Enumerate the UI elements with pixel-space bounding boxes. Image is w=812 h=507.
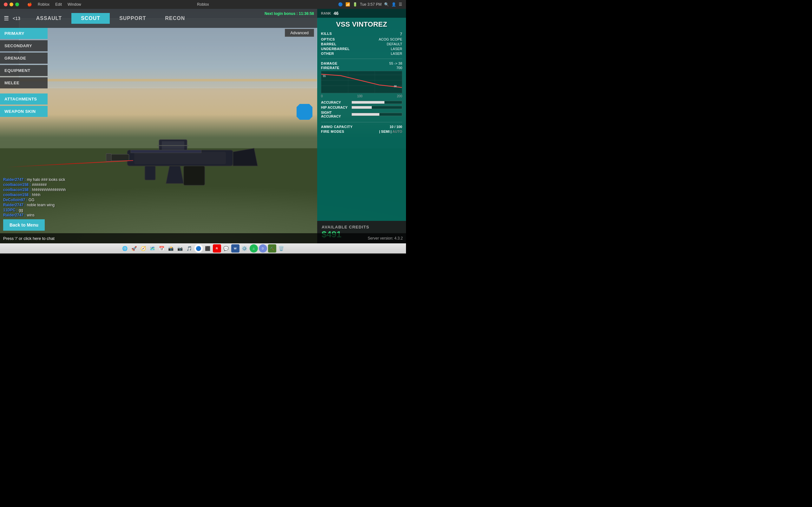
chat-area: Raider2747 : my halo ### looks sick cool… bbox=[3, 177, 105, 218]
fire-mode-auto[interactable]: AUTO bbox=[392, 130, 402, 133]
minimize-button[interactable] bbox=[9, 3, 13, 6]
chat-text-1: my halo ### looks sick bbox=[27, 177, 65, 182]
game-area: ☰ <13 ASSAULT SCOUT SUPPORT RECON Next l… bbox=[0, 9, 406, 243]
chat-user-6: Raider2747 : bbox=[3, 203, 26, 207]
fire-mode-semi[interactable]: SEMI bbox=[381, 130, 390, 133]
sidebar-melee[interactable]: MELEE bbox=[0, 77, 48, 89]
other-label: OTHER bbox=[321, 52, 376, 55]
press-chat-text[interactable]: Press '/' or click here to chat bbox=[0, 236, 55, 241]
search-icon[interactable]: 🔍 bbox=[384, 2, 389, 7]
hip-accuracy-row: HIP ACCURACY bbox=[321, 106, 402, 109]
chat-user-8: Raider2747 : bbox=[3, 213, 26, 217]
press-chat-bar[interactable]: Press '/' or click here to chat Server v… bbox=[0, 233, 406, 243]
advanced-button[interactable]: Advanced bbox=[285, 29, 314, 37]
menu-icon[interactable]: ☰ bbox=[399, 2, 402, 7]
accuracy-label: ACCURACY bbox=[321, 101, 350, 104]
sidebar-grenade[interactable]: GRENADE bbox=[0, 53, 48, 64]
dock-spotify[interactable]: ♫ bbox=[250, 244, 258, 252]
chat-user-7: 11DPC : bbox=[3, 208, 18, 212]
roblox-logo-mark bbox=[297, 104, 312, 120]
chat-message-4: coolbacon158 : hhhh bbox=[3, 193, 105, 197]
tab-scout[interactable]: SCOUT bbox=[71, 13, 110, 24]
hamburger-icon[interactable]: ☰ bbox=[0, 15, 13, 22]
chat-text-2: ####### bbox=[32, 182, 47, 187]
traffic-lights bbox=[4, 3, 19, 6]
chat-user-2: coolbacon158 : bbox=[3, 182, 31, 187]
maximize-button[interactable] bbox=[15, 3, 19, 6]
kills-value: 7 bbox=[379, 32, 402, 37]
user-icon[interactable]: 👤 bbox=[392, 2, 396, 7]
dock-chrome[interactable]: 🔵 bbox=[194, 244, 203, 252]
dock-facetime[interactable]: 📷 bbox=[176, 244, 184, 252]
dock-word[interactable]: W bbox=[231, 244, 240, 252]
sidebar-primary[interactable]: PRIMARY bbox=[0, 28, 48, 39]
damage-value: 55 -> 38 bbox=[389, 61, 402, 65]
chat-message-8: Raider2747 : wins bbox=[3, 213, 105, 217]
dock-discord[interactable]: D bbox=[259, 244, 267, 252]
svg-rect-9 bbox=[106, 154, 111, 161]
chat-user-5: DeColloin97 : bbox=[3, 198, 28, 202]
chat-message-1: Raider2747 : my halo ### looks sick bbox=[3, 177, 105, 182]
dock-launchpad[interactable]: 🚀 bbox=[130, 244, 138, 252]
right-panel: RANK 46 VSS VINTOREZ KILLS 7 OPTICS ACOG… bbox=[317, 9, 406, 243]
dock-calendar[interactable]: 📅 bbox=[158, 244, 166, 252]
sidebar-attachments[interactable]: ATTACHMENTS bbox=[0, 94, 48, 105]
dock-photos[interactable]: 📸 bbox=[167, 244, 175, 252]
sight-accuracy-bar-fill bbox=[352, 113, 379, 116]
chat-text-7: gg bbox=[19, 208, 23, 212]
tab-recon[interactable]: RECON bbox=[155, 13, 194, 24]
titlebar-right: 🔵 📶 🔋 Tue 3:57 PM 🔍 👤 ☰ bbox=[338, 2, 402, 7]
chat-message-5: DeColloin97 : GG bbox=[3, 198, 105, 202]
chat-text-4: hhhh bbox=[32, 193, 41, 197]
dock-messages[interactable]: 💬 bbox=[222, 244, 230, 252]
bluetooth-icon: 🔵 bbox=[338, 2, 343, 7]
sidebar-equipment[interactable]: EQUIPMENT bbox=[0, 65, 48, 76]
dock-terminal[interactable]: ⬛ bbox=[204, 244, 212, 252]
svg-marker-5 bbox=[233, 148, 258, 166]
dock-system-prefs[interactable]: ⚙️ bbox=[241, 244, 249, 252]
svg-rect-8 bbox=[110, 154, 129, 161]
back-menu-button[interactable]: Back to Menu bbox=[3, 219, 45, 231]
damage-chart-svg: 55 38 bbox=[321, 71, 402, 93]
hip-accuracy-label: HIP ACCURACY bbox=[321, 106, 350, 109]
ammo-row: AMMO CAPACITY 10 / 100 bbox=[321, 125, 402, 129]
dock-roblox[interactable]: R bbox=[213, 244, 221, 252]
firerate-row: FIRERATE 700 bbox=[321, 66, 402, 70]
menu-edit[interactable]: Edit bbox=[53, 0, 64, 9]
sidebar-weapon-skin[interactable]: WEAPON SKIN bbox=[0, 106, 48, 117]
tab-assault[interactable]: ASSAULT bbox=[27, 13, 71, 24]
divider-2 bbox=[321, 122, 402, 122]
stats-grid: KILLS 7 OPTICS ACOG SCOPE BARREL DEFAULT… bbox=[317, 30, 406, 57]
firerate-value: 700 bbox=[397, 66, 402, 70]
back-counter: <13 bbox=[13, 16, 20, 21]
hip-accuracy-bar-bg bbox=[351, 106, 402, 109]
dock-itunes[interactable]: 🎵 bbox=[185, 244, 194, 252]
menu-window[interactable]: Window bbox=[65, 0, 84, 9]
chat-user-1: Raider2747 : bbox=[3, 177, 26, 182]
chat-user-3: coolbacon158 : bbox=[3, 187, 31, 192]
fire-modes-label: FIRE MODES bbox=[321, 130, 344, 133]
damage-label: DAMAGE bbox=[321, 61, 338, 65]
taskbar: 🌐 🚀 🧭 🗺️ 📅 📸 📷 🎵 🔵 ⬛ R 💬 W ⚙️ ♫ D ⛏️ 🗑️ bbox=[0, 243, 406, 253]
dock-maps[interactable]: 🗺️ bbox=[148, 244, 157, 252]
apple-icon: 🍎 bbox=[25, 0, 35, 9]
dock-safari[interactable]: 🧭 bbox=[139, 244, 148, 252]
menu-roblox[interactable]: Roblox bbox=[35, 0, 52, 9]
dock-trash[interactable]: 🗑️ bbox=[277, 244, 286, 252]
chart-label-100: 100 bbox=[357, 95, 362, 98]
close-button[interactable] bbox=[4, 3, 8, 6]
accuracy-row: ACCURACY bbox=[321, 101, 402, 104]
accuracy-bar-bg bbox=[351, 101, 402, 104]
tab-support[interactable]: SUPPORT bbox=[110, 13, 155, 24]
svg-rect-11 bbox=[145, 166, 155, 180]
dock-finder[interactable]: 🌐 bbox=[121, 244, 129, 252]
svg-rect-10 bbox=[131, 150, 201, 153]
kills-label: KILLS bbox=[321, 32, 376, 37]
chart-label-200: 200 bbox=[397, 95, 402, 98]
svg-rect-4 bbox=[134, 152, 226, 164]
barrel-value: DEFAULT bbox=[379, 42, 402, 46]
left-sidebar: PRIMARY SECONDARY GRENADE EQUIPMENT MELE… bbox=[0, 28, 54, 118]
sidebar-secondary[interactable]: SECONDARY bbox=[0, 40, 48, 51]
dock-minecraft[interactable]: ⛏️ bbox=[268, 244, 276, 252]
weapon-name: VSS VINTOREZ bbox=[317, 18, 406, 30]
